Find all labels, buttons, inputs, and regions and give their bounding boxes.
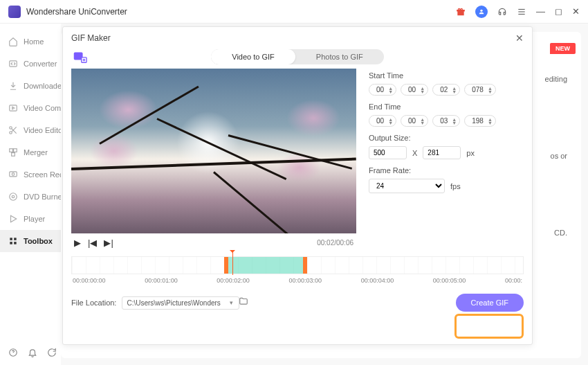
end-seconds-input[interactable]: 03▲▼ [432, 115, 460, 127]
gift-icon[interactable] [456, 7, 466, 17]
output-height-input[interactable] [423, 146, 461, 159]
menu-icon[interactable] [517, 7, 526, 17]
sidebar-item-recorder[interactable]: Screen Recorder [0, 163, 61, 186]
next-frame-button[interactable]: ▶| [104, 238, 113, 248]
spinner-arrows[interactable]: ▲▼ [488, 87, 493, 94]
svg-marker-18 [11, 215, 17, 222]
playback-time: 00:02/00:06 [317, 239, 353, 247]
output-size-label: Output Size: [369, 134, 514, 142]
maximize-button[interactable]: ◻ [555, 6, 562, 17]
bg-text: editing [545, 75, 567, 83]
start-hours-input[interactable]: 00▲▼ [369, 84, 396, 96]
spinner-arrows[interactable]: ▲▼ [488, 118, 493, 125]
frame-rate-select[interactable]: 24 [369, 179, 445, 193]
notification-icon[interactable] [28, 348, 37, 359]
svg-point-8 [10, 132, 12, 134]
add-media-icon[interactable] [71, 49, 88, 64]
play-button[interactable]: ▶ [74, 238, 81, 248]
sidebar-item-compressor[interactable]: Video Compressor [0, 97, 61, 119]
tick-label: 00:00: [505, 277, 522, 284]
prev-frame-button[interactable]: |◀ [88, 238, 97, 248]
end-minutes-input[interactable]: 00▲▼ [401, 115, 428, 127]
range-handle-right[interactable] [303, 257, 307, 274]
svg-point-15 [12, 173, 15, 176]
svg-rect-14 [10, 172, 17, 177]
svg-rect-20 [14, 238, 17, 240]
feedback-icon[interactable] [47, 348, 57, 359]
spinner-arrows[interactable]: ▲▼ [452, 118, 457, 125]
svg-point-17 [12, 195, 15, 198]
download-icon [8, 81, 18, 91]
spinner-arrows[interactable]: ▲▼ [420, 87, 425, 94]
x-label: X [412, 149, 417, 157]
sidebar-item-merger[interactable]: Merger [0, 141, 61, 163]
close-icon[interactable]: ✕ [515, 33, 524, 44]
sidebar-item-converter[interactable]: Converter [0, 53, 61, 75]
sidebar-label: Merger [24, 148, 48, 157]
timeline-track[interactable] [71, 256, 524, 274]
start-time-label: Start Time [369, 71, 514, 80]
timeline: 00:00:00:00 00:00:01:00 00:00:02:00 00:0… [63, 256, 532, 287]
svg-rect-21 [10, 242, 12, 244]
minimize-button[interactable]: — [536, 6, 545, 17]
record-icon [8, 170, 18, 179]
spinner-arrows[interactable]: ▲▼ [420, 118, 425, 125]
app-name: Wondershare UniConverter [26, 7, 456, 17]
sidebar-label: Player [24, 215, 45, 223]
range-handle-left[interactable] [224, 257, 228, 274]
output-width-input[interactable] [369, 146, 407, 159]
sidebar-item-editor[interactable]: Video Editor [0, 119, 61, 141]
spinner-arrows[interactable]: ▲▼ [388, 87, 393, 94]
fps-label: fps [450, 182, 461, 190]
content-area: NEW editing os or CD. GIF Maker ✕ Video … [61, 24, 588, 365]
end-ms-input[interactable]: 198▲▼ [464, 115, 496, 127]
chevron-down-icon[interactable]: ▾ [230, 299, 233, 306]
tick-label: 00:00:04:00 [361, 277, 394, 284]
user-avatar-icon[interactable] [475, 6, 488, 18]
start-minutes-input[interactable]: 00▲▼ [401, 84, 428, 96]
sidebar-item-toolbox[interactable]: Toolbox [0, 230, 61, 252]
titlebar: Wondershare UniConverter — ◻ ✕ [0, 0, 588, 24]
playhead[interactable] [232, 251, 233, 275]
svg-rect-13 [12, 153, 15, 157]
spinner-arrows[interactable]: ▲▼ [388, 118, 393, 125]
selection-range[interactable] [224, 257, 307, 274]
close-button[interactable]: ✕ [572, 6, 580, 17]
app-logo-icon [8, 6, 21, 18]
sidebar-label: Video Editor [24, 126, 61, 134]
support-icon[interactable] [497, 7, 507, 17]
svg-point-0 [480, 9, 482, 11]
compress-icon [8, 103, 18, 113]
tick-label: 00:00:03:00 [288, 277, 322, 284]
svg-rect-12 [14, 149, 17, 152]
dvd-icon [8, 192, 18, 202]
modal-title: GIF Maker [71, 33, 111, 43]
end-hours-input[interactable]: 00▲▼ [369, 115, 396, 127]
file-location-input[interactable] [122, 296, 239, 310]
sidebar-item-downloader[interactable]: Downloader [0, 75, 61, 97]
help-icon[interactable] [8, 348, 18, 359]
end-time-label: End Time [369, 103, 514, 111]
bg-text: CD. [554, 229, 567, 237]
start-seconds-input[interactable]: 02▲▼ [432, 84, 460, 96]
sidebar-item-player[interactable]: Player [0, 208, 61, 230]
sidebar-item-dvd[interactable]: DVD Burner [0, 186, 61, 208]
tab-video-to-gif[interactable]: Video to GIF [211, 49, 295, 64]
scissors-icon [8, 125, 18, 135]
home-icon [8, 37, 18, 46]
folder-icon[interactable] [239, 296, 248, 309]
video-preview[interactable] [71, 69, 356, 233]
new-badge: NEW [550, 43, 576, 54]
bottom-icons [8, 348, 57, 359]
sidebar-label: DVD Burner [24, 193, 61, 201]
gif-maker-modal: GIF Maker ✕ Video to GIF Photos to GIF [62, 26, 533, 345]
sidebar-item-home[interactable]: Home [0, 30, 61, 53]
create-gif-button[interactable]: Create GIF [456, 294, 524, 312]
start-ms-input[interactable]: 078▲▼ [464, 84, 496, 96]
sidebar-label: Converter [24, 60, 57, 68]
spinner-arrows[interactable]: ▲▼ [452, 87, 457, 94]
tab-photos-to-gif[interactable]: Photos to GIF [295, 49, 384, 64]
bg-text: os or [551, 152, 567, 160]
sidebar-label: Downloader [24, 82, 61, 90]
timeline-ticks: 00:00:00:00 00:00:01:00 00:00:02:00 00:0… [71, 274, 524, 287]
